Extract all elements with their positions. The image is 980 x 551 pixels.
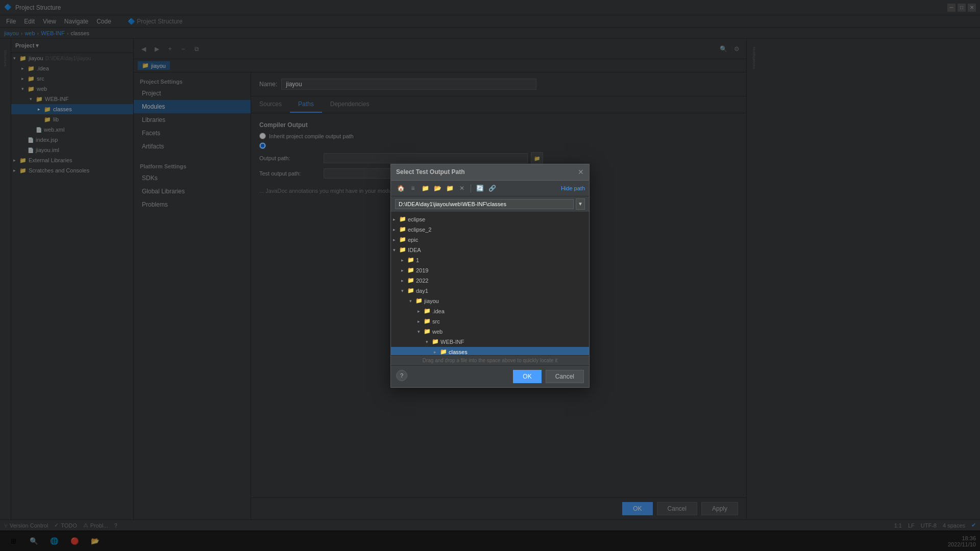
dtree-classes[interactable]: ▸ 📁 classes <box>391 347 589 355</box>
dtree-label-2019: 2019 <box>416 267 428 273</box>
dtree-label-1: 1 <box>416 257 419 263</box>
dialog-path-input[interactable] <box>395 199 574 209</box>
dtree-folder-epic: 📁 <box>399 236 406 243</box>
dialog-folder-up-btn[interactable]: 📁 <box>420 183 431 194</box>
dialog-cancel-button[interactable]: Cancel <box>546 370 584 383</box>
dialog-action-buttons: ? OK Cancel <box>391 365 589 387</box>
dtree-label-src: src <box>432 318 440 324</box>
dialog-title: Select Test Output Path <box>396 168 464 176</box>
dtree-day1[interactable]: ▾ 📁 day1 <box>391 286 589 296</box>
dtree-folder-idea: 📁 <box>399 246 406 253</box>
dtree-arrow-src: ▸ <box>418 319 424 324</box>
dialog-hint: Drag and drop a file into the space abov… <box>391 355 589 365</box>
dtree-folder-1: 📁 <box>407 257 414 263</box>
dtree-2019[interactable]: ▸ 📁 2019 <box>391 265 589 276</box>
dialog-list-btn[interactable]: ≡ <box>407 183 419 194</box>
dtree-2022[interactable]: ▸ 📁 2022 <box>391 276 589 286</box>
dtree-folder-dotidea: 📁 <box>424 308 431 314</box>
dialog-link-btn[interactable]: 🔗 <box>486 183 498 194</box>
dtree-1[interactable]: ▸ 📁 1 <box>391 255 589 265</box>
dialog-ok-button[interactable]: OK <box>513 370 541 383</box>
dtree-web[interactable]: ▾ 📁 web <box>391 327 589 337</box>
dtree-arrow-webinf: ▾ <box>426 339 432 344</box>
dtree-epic[interactable]: ▸ 📁 epic <box>391 235 589 245</box>
dtree-webinf[interactable]: ▾ 📁 WEB-INF <box>391 337 589 347</box>
dtree-label-dotidea: .idea <box>432 308 445 314</box>
dtree-dotidea[interactable]: ▸ 📁 .idea <box>391 306 589 316</box>
dtree-arrow-idea: ▾ <box>393 247 399 253</box>
dialog-path-bar: ▼ <box>391 196 589 212</box>
dtree-folder-jiayou: 📁 <box>415 297 423 304</box>
dtree-label-classes: classes <box>449 349 468 355</box>
dtree-arrow-dotidea: ▸ <box>418 309 424 314</box>
dtree-arrow-classes: ▸ <box>434 349 440 355</box>
dialog-help-button[interactable]: ? <box>396 370 407 381</box>
dialog-delete-btn[interactable]: ✕ <box>456 183 468 194</box>
dtree-label-web: web <box>432 329 443 335</box>
dtree-src[interactable]: ▸ 📁 src <box>391 316 589 327</box>
select-test-output-dialog: Select Test Output Path ✕ 🏠 ≡ 📁 📂 📁 ✕ 🔄 … <box>390 164 590 388</box>
dtree-folder-2022: 📁 <box>407 277 414 284</box>
dtree-eclipse2[interactable]: ▸ 📁 eclipse_2 <box>391 224 589 235</box>
dtree-label-jiayou: jiayou <box>424 298 439 304</box>
dtree-label-webinf: WEB-INF <box>440 339 464 345</box>
dtree-arrow-day1: ▾ <box>401 288 407 293</box>
dialog-hide-path-btn[interactable]: Hide path <box>561 185 585 191</box>
dtree-label-eclipse2: eclipse_2 <box>408 227 431 233</box>
dtree-eclipse[interactable]: ▸ 📁 eclipse <box>391 214 589 224</box>
dtree-arrow-epic: ▸ <box>393 237 399 242</box>
dtree-label-epic: epic <box>408 237 418 243</box>
dialog-home-btn[interactable]: 🏠 <box>395 183 406 194</box>
dtree-label-2022: 2022 <box>416 278 428 284</box>
toolbar-sep1 <box>471 184 471 192</box>
dialog-path-dropdown[interactable]: ▼ <box>576 198 585 210</box>
dtree-label-eclipse: eclipse <box>408 216 425 222</box>
dialog-refresh-btn[interactable]: 🔄 <box>474 183 485 194</box>
dtree-arrow-jiayou: ▾ <box>409 298 415 304</box>
dtree-idea[interactable]: ▾ 📁 IDEA <box>391 245 589 255</box>
dtree-arrow-2019: ▸ <box>401 268 407 273</box>
dialog-toolbar: 🏠 ≡ 📁 📂 📁 ✕ 🔄 🔗 Hide path <box>391 181 589 196</box>
dtree-arrow-eclipse2: ▸ <box>393 227 399 232</box>
dtree-jiayou[interactable]: ▾ 📁 jiayou <box>391 296 589 306</box>
dtree-folder-day1: 📁 <box>407 287 414 294</box>
dtree-label-day1: day1 <box>416 288 428 294</box>
dtree-arrow-eclipse: ▸ <box>393 217 399 222</box>
dtree-label-idea: IDEA <box>408 247 421 253</box>
dialog-overlay: Select Test Output Path ✕ 🏠 ≡ 📁 📂 📁 ✕ 🔄 … <box>0 0 980 551</box>
dialog-close-button[interactable]: ✕ <box>578 168 584 176</box>
ide-window: 🔷 Project Structure ─ □ ✕ File Edit View… <box>0 0 980 551</box>
dtree-folder-eclipse2: 📁 <box>399 226 406 233</box>
dtree-folder-2019: 📁 <box>407 267 414 273</box>
dtree-arrow-1: ▸ <box>401 258 407 263</box>
dtree-folder-eclipse: 📁 <box>399 216 406 222</box>
dtree-arrow-2022: ▸ <box>401 278 407 283</box>
dtree-folder-web: 📁 <box>424 328 431 335</box>
dialog-open-btn[interactable]: 📂 <box>432 183 443 194</box>
dtree-folder-webinf: 📁 <box>432 338 439 345</box>
dialog-tree[interactable]: ▸ 📁 eclipse ▸ 📁 eclipse_2 ▸ 📁 epic ▾ 📁 <box>391 212 589 355</box>
dtree-folder-classes: 📁 <box>440 348 447 355</box>
dialog-title-bar: Select Test Output Path ✕ <box>391 164 589 181</box>
dtree-folder-src: 📁 <box>424 318 431 324</box>
dtree-arrow-web: ▾ <box>418 329 424 334</box>
dialog-create-folder-btn[interactable]: 📁 <box>444 183 455 194</box>
